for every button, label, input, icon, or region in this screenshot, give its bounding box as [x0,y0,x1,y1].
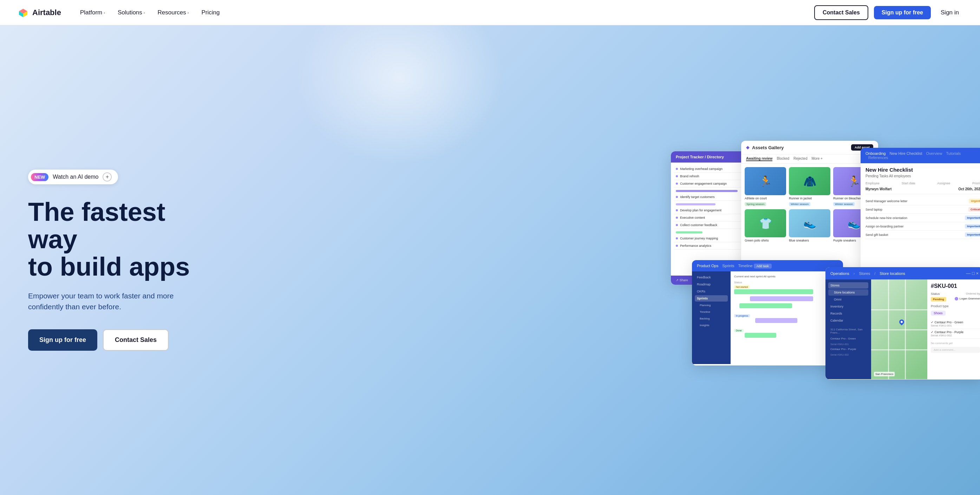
list-item: Send Manager welcome letter Urgent [865,197,980,205]
airtable-logo-icon [17,6,30,19]
operations-header: Operations › Stores / Store locations — … [826,267,980,279]
sidebar-item[interactable]: Backlog [695,316,728,322]
chevron-icon: › [103,11,105,15]
hero-buttons: Sign up for free Contact Sales [28,329,211,351]
nav-links: Platform › Solutions › Resources › Prici… [75,6,814,19]
hero-content: NEW Watch an AI demo + The fastest way t… [0,149,239,371]
sidebar-item[interactable]: Planning [695,302,728,308]
ops-nav-records[interactable]: Records [828,310,868,317]
operations-map: San Francisco [871,279,928,379]
sidebar-item[interactable]: Timeline [695,309,728,315]
onboarding-card: Onboarding New Hire Checklist Overview T… [861,148,980,274]
sprint-row [734,303,840,308]
tracker-dot [676,175,678,177]
onboarding-body: New Hire Checklist Pending Tasks All emp… [861,163,980,243]
tracker-dot [676,245,678,247]
sprint-row: Not started [734,286,840,294]
ops-nav-store-locations[interactable]: Store locations [828,289,868,296]
chevron-icon: › [144,11,145,15]
tracker-dot [676,209,678,211]
operations-body: Stores Store locations Omni Inventory Re… [826,279,980,379]
list-item: 👟 Blue sneakers [789,209,830,242]
tracker-dot [676,168,678,170]
nav-pricing[interactable]: Pricing [196,6,224,19]
onboarding-title: New Hire Checklist [865,167,980,173]
list-item: ✓ Centaur Pro - Green Serial #SKU-001 [931,319,980,329]
sprints-card: Product Ops Sprints Timeline Add task Fe… [692,260,843,365]
sidebar-item[interactable]: Insights [695,322,728,328]
ops-nav-omni[interactable]: Omni [828,296,868,303]
sprint-bar [734,289,813,294]
assets-tabs: Awaiting review Blocked Rejected More + [741,154,878,163]
operations-detail: #SKU-001 Status Ordered by Pending Logan… [928,279,980,379]
map-pin-icon [898,319,905,325]
ops-nav-stores[interactable]: Stores [828,282,868,289]
hero-contact-button[interactable]: Contact Sales [103,329,169,351]
hero-title: The fastest way to build apps [28,198,211,280]
hero-signup-button[interactable]: Sign up for free [28,329,97,351]
map-road [871,349,928,351]
sprint-bar [755,318,797,323]
list-item: Assign on-boarding partner Important [865,222,980,231]
list-item: Send laptop Critical [865,205,980,214]
assets-body: 🏃 Athlete on court Spring season 🧥 Runne… [741,163,878,246]
ops-nav-inventory[interactable]: Inventory [828,303,868,309]
sprint-row [734,318,840,323]
nav-solutions[interactable]: Solutions › [113,6,150,19]
badge-text: Watch an AI demo [52,174,99,180]
sidebar-item[interactable]: OKRs [695,288,728,295]
sprint-bar [740,303,792,308]
list-item: ✓ Centaur Pro - Purple Serial #SKU-002 [931,329,980,339]
asset-image: 🏃 [745,167,786,195]
hero-subtitle: Empower your team to work faster and mor… [28,290,211,313]
hero-screenshots: Project Tracker / Directory Marketing ov… [671,141,980,379]
sprint-bar [745,333,776,338]
tracker-dot [676,237,678,240]
nav-signup-button[interactable]: Sign up for free [874,6,931,19]
tracker-dot [676,182,678,185]
badge-plus-icon: + [103,172,112,181]
nav-platform[interactable]: Platform › [75,6,110,19]
map-road [871,329,928,330]
tracker-dot [676,224,678,226]
map-road [888,279,889,379]
sprint-row [734,296,840,301]
logo[interactable]: Airtable [17,6,61,19]
sprints-sidebar: Feedback Roadmap OKRs Sprints Planning T… [692,271,730,364]
badge-new-label: NEW [31,173,48,181]
sprint-bar [750,296,813,301]
sprints-header: Product Ops Sprints Timeline Add task [692,260,843,271]
assets-gallery-card: ◈ Assets Gallery Add asset Awaiting revi… [741,141,878,271]
map-road [905,279,906,379]
tracker-dot [676,196,678,198]
ops-nav-calendar[interactable]: Calendar [828,317,868,324]
sidebar-item[interactable]: Feedback [695,274,728,281]
nav-resources[interactable]: Resources › [153,6,194,19]
sprint-row [734,333,840,338]
sprints-body: Feedback Roadmap OKRs Sprints Planning T… [692,271,843,364]
hero-section: NEW Watch an AI demo + The fastest way t… [0,25,980,495]
contact-sales-button[interactable]: Contact Sales [814,5,868,20]
list-item: 🧥 Runner in jacket Winter season [789,167,830,206]
sidebar-item-active[interactable]: Sprints [695,295,728,301]
asset-image: 🧥 [789,167,830,195]
signin-link[interactable]: Sign in [937,6,963,19]
logo-text: Airtable [32,8,61,17]
map-road [871,309,928,310]
map-background: San Francisco [871,279,928,379]
list-item: 🏃 Athlete on court Spring season [745,167,786,206]
list-item: Send gift basket Important [865,231,980,239]
sku-label: #SKU-001 [931,283,980,289]
assets-grid: 🏃 Athlete on court Spring season 🧥 Runne… [745,167,875,242]
operations-sidebar: Stores Store locations Omni Inventory Re… [826,279,871,379]
nav-actions: Contact Sales Sign up for free Sign in [814,5,963,20]
assets-header: ◈ Assets Gallery Add asset [741,141,878,154]
tracker-dot [676,217,678,219]
sidebar-item[interactable]: Roadmap [695,281,728,287]
operations-card: Operations › Stores / Store locations — … [826,267,980,379]
list-item: 👕 Green polo shirts [745,209,786,242]
ai-demo-badge[interactable]: NEW Watch an AI demo + [28,170,118,184]
navbar: Airtable Platform › Solutions › Resource… [0,0,980,25]
chevron-icon: › [188,11,189,15]
onboarding-subtitle: Pending Tasks All employees [865,174,980,178]
